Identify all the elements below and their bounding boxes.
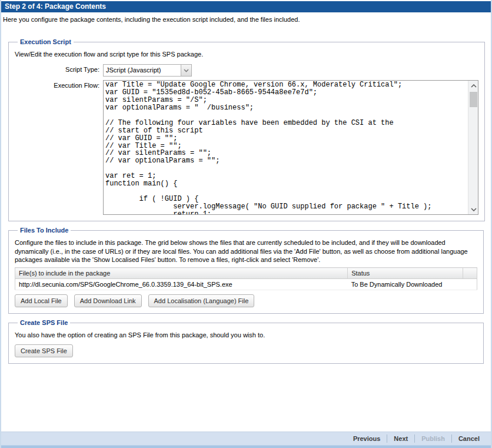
- bottom-strip: [1, 445, 491, 448]
- script-type-selected-value: JScript (Javascript): [104, 65, 181, 76]
- spacer-cell: [463, 279, 477, 290]
- content-spacer: [1, 364, 491, 432]
- execution-flow-textarea[interactable]: var Title = "Update Google Chrome, versi…: [103, 80, 478, 215]
- files-to-include-fieldset: Files To Include Configure the files to …: [8, 227, 484, 314]
- file-url-cell[interactable]: http://dl.secunia.com/SPS/GoogleChrome_6…: [15, 279, 348, 290]
- scroll-down-icon[interactable]: [468, 204, 478, 214]
- wizard-page: Step 2 of 4: Package Contents Here you c…: [0, 0, 492, 448]
- add-local-file-button[interactable]: Add Local File: [15, 294, 68, 307]
- files-table: File(s) to include in the package Status…: [15, 267, 477, 290]
- wizard-step-subtitle: Here you configure the package contents,…: [1, 12, 491, 23]
- wizard-footer: Previous Next Publish Cancel: [1, 432, 491, 445]
- script-type-label: Script Type:: [15, 64, 103, 73]
- execution-script-legend: Execution Script: [18, 38, 74, 45]
- execution-script-fieldset: Execution Script View/Edit the execution…: [8, 38, 485, 221]
- scroll-up-icon[interactable]: [468, 81, 478, 91]
- files-column-header[interactable]: File(s) to include in the package: [15, 268, 348, 279]
- add-download-link-button[interactable]: Add Download Link: [74, 294, 142, 307]
- create-sps-description: You also have the option of creating an …: [15, 331, 477, 339]
- create-sps-fieldset: Create SPS File You also have the option…: [8, 319, 484, 364]
- files-table-header-row: File(s) to include in the package Status: [15, 268, 477, 279]
- previous-button[interactable]: Previous: [347, 435, 387, 442]
- create-sps-file-button[interactable]: Create SPS File: [15, 344, 73, 357]
- table-row[interactable]: http://dl.secunia.com/SPS/GoogleChrome_6…: [15, 279, 477, 290]
- cancel-button[interactable]: Cancel: [452, 435, 486, 442]
- next-button[interactable]: Next: [387, 435, 414, 442]
- code-scrollbar[interactable]: [468, 81, 478, 214]
- file-status-cell[interactable]: To Be Dynamically Downloaded: [348, 279, 463, 290]
- create-sps-legend: Create SPS File: [18, 319, 70, 326]
- publish-button: Publish: [415, 435, 451, 442]
- add-localisation-file-button[interactable]: Add Localisation (Language) File: [148, 294, 255, 307]
- status-column-header[interactable]: Status: [348, 268, 463, 279]
- files-to-include-description: Configure the files to include in this p…: [15, 238, 477, 264]
- chevron-down-icon[interactable]: [181, 65, 191, 76]
- spacer-column-header: [463, 268, 477, 279]
- execution-flow-code[interactable]: var Title = "Update Google Chrome, versi…: [104, 81, 468, 214]
- execution-script-description: View/Edit the execution flow and script …: [15, 50, 478, 58]
- wizard-step-titlebar: Step 2 of 4: Package Contents: [1, 1, 491, 12]
- files-to-include-legend: Files To Include: [18, 227, 71, 234]
- script-type-select[interactable]: JScript (Javascript): [103, 64, 192, 77]
- execution-flow-label: Execution Flow:: [15, 80, 103, 89]
- scrollbar-thumb[interactable]: [470, 92, 477, 107]
